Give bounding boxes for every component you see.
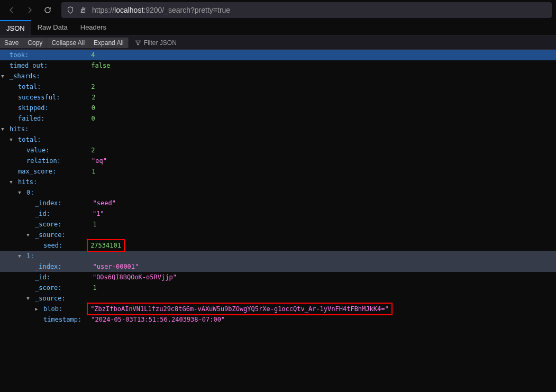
json-row-hit0-source[interactable]: ▼_source: bbox=[0, 230, 556, 240]
chevron-down-icon[interactable]: ▼ bbox=[25, 293, 31, 304]
json-toolbar: Save Copy Collapse All Expand All Filter… bbox=[0, 36, 556, 50]
back-button[interactable] bbox=[4, 3, 19, 17]
filter-icon bbox=[135, 40, 141, 46]
json-row-hit0-index[interactable]: _index:"seed" bbox=[0, 198, 556, 208]
json-row-hits-total[interactable]: ▼total: bbox=[0, 134, 556, 145]
chevron-down-icon[interactable]: ▼ bbox=[17, 251, 22, 261]
collapse-all-button[interactable]: Collapse All bbox=[47, 38, 89, 48]
tab-headers[interactable]: Headers bbox=[74, 20, 113, 35]
lock-icon bbox=[79, 6, 87, 14]
json-row-hit1-blob[interactable]: ▶blob:"ZbzIfboAInVN1L1fzu29c8tG6m-vAXuW5… bbox=[0, 304, 556, 314]
json-row-hits-maxscore[interactable]: max_score:1 bbox=[0, 166, 556, 177]
save-button[interactable]: Save bbox=[0, 38, 23, 48]
browser-nav-bar: https://localhost:9200/_search?pretty=tr… bbox=[0, 0, 556, 20]
json-row-shards-failed[interactable]: failed:0 bbox=[0, 113, 556, 124]
json-row-hits-total-value[interactable]: value:2 bbox=[0, 145, 556, 156]
chevron-down-icon[interactable]: ▼ bbox=[25, 230, 31, 240]
json-row-hits-total-relation[interactable]: relation:"eq" bbox=[0, 156, 556, 166]
chevron-down-icon[interactable]: ▼ bbox=[0, 71, 5, 81]
chevron-down-icon[interactable]: ▼ bbox=[0, 124, 5, 134]
json-row-hit1-id[interactable]: _id:"OOs6QI8BQOoK-o5RVjjp" bbox=[0, 272, 556, 282]
chevron-down-icon[interactable]: ▼ bbox=[17, 187, 22, 198]
json-row-hit-0[interactable]: ▼0: bbox=[0, 187, 556, 198]
reload-button[interactable] bbox=[40, 3, 55, 17]
copy-button[interactable]: Copy bbox=[23, 38, 47, 48]
json-row-hit-1[interactable]: ▼1: bbox=[0, 251, 556, 261]
json-row-hit1-timestamp[interactable]: timestamp:"2024-05-03T13:51:56.2403938-0… bbox=[0, 314, 556, 325]
json-row-hit1-source[interactable]: ▼_source: bbox=[0, 293, 556, 304]
json-row-timed-out[interactable]: timed_out:false bbox=[0, 60, 556, 71]
url-text: https://localhost:9200/_search?pretty=tr… bbox=[92, 6, 546, 14]
chevron-right-icon[interactable]: ▶ bbox=[34, 304, 39, 314]
json-row-took[interactable]: took:4 bbox=[0, 50, 556, 60]
json-row-shards[interactable]: ▼_shards: bbox=[0, 71, 556, 81]
forward-button[interactable] bbox=[22, 3, 37, 17]
json-row-hits[interactable]: ▼hits: bbox=[0, 124, 556, 134]
highlight-box: "ZbzIfboAInVN1L1fzu29c8tG6m-vAXuW5u9bZOw… bbox=[87, 303, 393, 315]
highlight-box: 27534101 bbox=[87, 239, 125, 252]
json-row-hit1-score[interactable]: _score:1 bbox=[0, 282, 556, 293]
filter-json-input[interactable]: Filter JSON bbox=[132, 39, 180, 47]
tab-json[interactable]: JSON bbox=[0, 20, 31, 35]
json-row-hits-hits[interactable]: ▼hits: bbox=[0, 177, 556, 187]
json-row-shards-successful[interactable]: successful:2 bbox=[0, 92, 556, 103]
chevron-down-icon[interactable]: ▼ bbox=[8, 177, 14, 187]
shield-icon bbox=[67, 6, 74, 14]
json-row-hit0-score[interactable]: _score:1 bbox=[0, 219, 556, 230]
tab-raw-data[interactable]: Raw Data bbox=[31, 20, 74, 35]
json-tree: took:4 timed_out:false ▼_shards: total:2… bbox=[0, 50, 556, 325]
expand-all-button[interactable]: Expand All bbox=[89, 38, 129, 48]
json-row-hit1-index[interactable]: _index:"user-00001" bbox=[0, 261, 556, 272]
json-row-shards-total[interactable]: total:2 bbox=[0, 81, 556, 92]
chevron-down-icon[interactable]: ▼ bbox=[8, 134, 14, 145]
viewer-tabs: JSON Raw Data Headers bbox=[0, 20, 556, 36]
json-row-shards-skipped[interactable]: skipped:0 bbox=[0, 103, 556, 113]
json-row-hit0-id[interactable]: _id:"1" bbox=[0, 208, 556, 219]
url-bar[interactable]: https://localhost:9200/_search?pretty=tr… bbox=[61, 2, 552, 18]
json-row-hit0-seed[interactable]: seed:27534101 bbox=[0, 240, 556, 251]
